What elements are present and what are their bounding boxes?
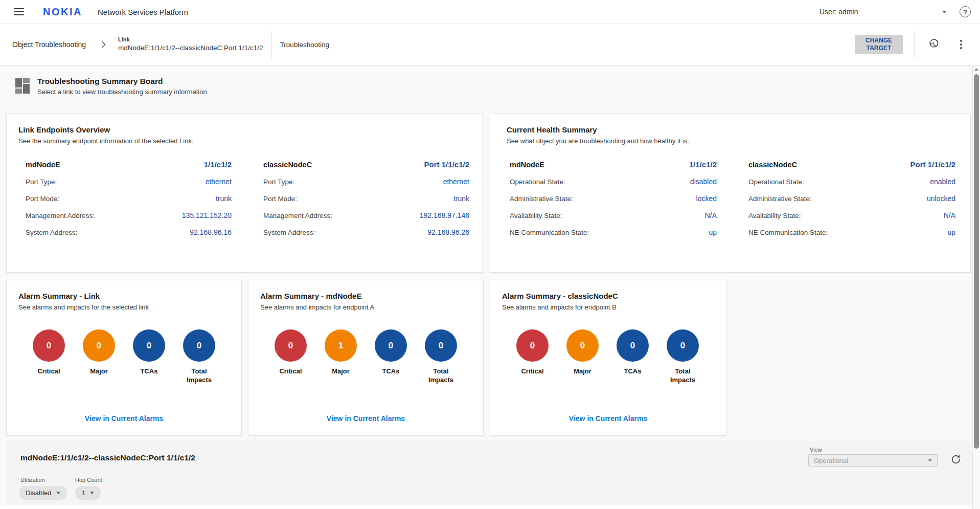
view-select-value: Operational [814, 457, 848, 464]
field-label: System Address: [263, 229, 315, 236]
field-value: trunk [453, 194, 469, 203]
major-count-circle: 0 [566, 329, 599, 362]
endpoint-port: Port 1/1/c1/2 [424, 160, 469, 169]
endpoint-port: 1/1/c1/2 [689, 160, 717, 169]
field-label: Operational State: [748, 178, 804, 186]
total-impacts-counter: 0 Total Impacts [667, 329, 699, 385]
panel-bottom-gap [0, 505, 972, 509]
critical-counter: 0 Critical [33, 329, 65, 385]
field-value: up [709, 228, 717, 236]
breadcrumb-root[interactable]: Object Troubleshooting [12, 40, 86, 49]
utilization-dropdown[interactable]: Disabled [19, 486, 67, 500]
hop-count-dropdown[interactable]: 1 [75, 486, 101, 500]
field-label: Administrative State: [510, 195, 573, 203]
scroll-up-arrow-icon[interactable] [974, 68, 978, 71]
dashboard-icon [15, 78, 30, 94]
current-health-card: Current Health Summary See what object y… [490, 114, 971, 273]
change-target-button[interactable]: CHANGETARGET [855, 35, 903, 54]
critical-counter: 0 Critical [275, 329, 307, 385]
view-in-current-alarms-link[interactable]: View in Current Alarms [85, 414, 163, 423]
hop-count-label: Hop Count [75, 477, 102, 483]
field-value: 135.121.152.20 [182, 211, 232, 219]
card-title: Link Endpoints Overview [7, 114, 483, 134]
view-select[interactable]: Operational [808, 454, 938, 467]
scrollbar-thumb[interactable] [974, 74, 979, 449]
field-label: Management Address: [263, 212, 332, 219]
field-value: ethernet [443, 178, 469, 186]
chevron-down-icon [928, 459, 932, 462]
card-title: Current Health Summary [490, 114, 970, 134]
view-in-current-alarms-link[interactable]: View in Current Alarms [569, 414, 647, 423]
field-label: System Address: [26, 229, 77, 236]
total-impacts-count-circle: 0 [667, 329, 699, 362]
breadcrumb-target[interactable]: Link mdNodeE:1/1/c1/2--classicNodeC:Port… [118, 36, 263, 53]
alarm-summary-classicnodec-card: Alarm Summary - classicNodeC See alarms … [490, 280, 726, 436]
tcas-count-circle: 0 [375, 329, 407, 362]
app-title: Network Services Platform [98, 8, 188, 16]
link-detail-panel: mdNodeE:1/1/c1/2--classicNodeC:Port 1/1/… [6, 441, 971, 505]
major-counter: 0 Major [83, 329, 115, 385]
user-menu[interactable]: User: admin [819, 8, 946, 16]
breadcrumb-bar: Object Troubleshooting Link mdNodeE:1/1/… [0, 24, 980, 65]
vertical-scrollbar[interactable] [972, 65, 980, 509]
tcas-count-circle: 0 [133, 329, 165, 362]
field-value: 92.168.96.26 [427, 228, 469, 236]
major-counter: 1 Major [325, 329, 357, 385]
link-endpoints-card: Link Endpoints Overview See the summary … [6, 114, 483, 273]
endpoint-name: classicNodeC [748, 161, 797, 169]
field-label: Port Mode: [263, 195, 297, 203]
endpoint-name: classicNodeC [263, 161, 312, 169]
help-icon[interactable]: ? [960, 6, 971, 17]
top-app-bar: NOKIA Network Services Platform User: ad… [0, 0, 980, 24]
card-subtitle: See what object you are troubleshooting … [490, 134, 970, 145]
endpoint-name: mdNodeE [510, 161, 544, 169]
alarm-summary-link-card: Alarm Summary - Link See alarms and impa… [6, 280, 242, 436]
view-in-current-alarms-link[interactable]: View in Current Alarms [327, 414, 405, 423]
critical-count-circle: 0 [275, 329, 307, 362]
card-subtitle: See alarms and impacts for endpoint A [248, 300, 483, 311]
chevron-down-icon [56, 492, 60, 494]
field-label: NE Communication State: [748, 229, 828, 236]
endpoint-port: Port 1/1/c1/2 [910, 160, 955, 169]
endpoint-b-health: classicNodeC Port 1/1/c1/2 Operational S… [748, 160, 955, 245]
kebab-menu-icon[interactable] [954, 40, 968, 49]
field-value: up [947, 228, 955, 236]
breadcrumb-section[interactable]: Troubleshooting [280, 41, 329, 49]
total-impacts-counter: 0 Total Impacts [425, 329, 457, 385]
field-label: Port Mode: [26, 195, 59, 203]
utilization-label: Utilization [20, 477, 45, 483]
major-count-circle: 0 [83, 329, 115, 362]
card-subtitle: See alarms and impacts for the selected … [7, 300, 241, 311]
field-label: Port Type: [263, 178, 294, 186]
tcas-counter: 0 TCAs [617, 329, 649, 385]
user-label: User: admin [819, 8, 858, 16]
utilization-value: Disabled [26, 489, 52, 497]
hop-count-value: 1 [82, 489, 85, 497]
field-value: 192.168.97.146 [420, 211, 469, 219]
page-title: Troubleshooting Summary Board [37, 77, 207, 86]
field-label: Management Address: [26, 212, 95, 219]
view-label: View [810, 447, 822, 453]
breadcrumb-target-type: Link [118, 36, 263, 43]
history-icon[interactable] [926, 37, 941, 52]
page-subtitle: Select a link to view troubleshooting su… [37, 88, 207, 96]
endpoint-name: mdNodeE [26, 161, 60, 169]
endpoint-a-overview: mdNodeE 1/1/c1/2 Port Type:ethernet Port… [26, 160, 232, 245]
critical-counter: 0 Critical [516, 329, 549, 385]
card-subtitle: See the summary endpoint information of … [7, 134, 483, 145]
major-count-circle: 1 [325, 329, 357, 362]
field-value: N/A [944, 211, 955, 219]
tcas-counter: 0 TCAs [133, 329, 165, 385]
major-counter: 0 Major [566, 329, 599, 385]
alarm-summary-mdnodee-card: Alarm Summary - mdNodeE See alarms and i… [248, 280, 484, 436]
tcas-count-circle: 0 [617, 329, 649, 362]
field-value: ethernet [206, 178, 232, 186]
refresh-icon[interactable] [949, 452, 963, 467]
troubleshooting-summary-screen: NOKIA Network Services Platform User: ad… [0, 0, 980, 509]
field-value: 92.168.96.16 [190, 228, 232, 236]
chevron-right-icon [101, 41, 106, 48]
chevron-down-icon [90, 492, 94, 494]
critical-count-circle: 0 [516, 329, 549, 362]
field-label: Availability State: [748, 212, 801, 219]
hamburger-menu-icon[interactable] [14, 8, 24, 15]
